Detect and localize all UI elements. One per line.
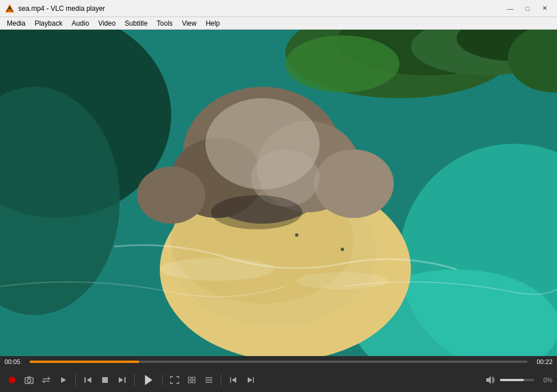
svg-marker-37 [119, 377, 123, 383]
volume-percent: 0% [536, 377, 552, 383]
next-button[interactable] [115, 373, 130, 387]
svg-rect-41 [188, 381, 191, 383]
svg-rect-42 [192, 377, 195, 379]
volume-fill [500, 379, 524, 381]
menu-media[interactable]: Media [2, 17, 30, 29]
svg-marker-34 [87, 377, 91, 383]
svg-marker-39 [145, 375, 152, 385]
svg-point-15 [314, 149, 394, 218]
progress-fill [30, 361, 139, 363]
video-area[interactable] [0, 30, 557, 356]
svg-point-30 [9, 377, 15, 383]
menu-playback[interactable]: Playback [30, 17, 67, 29]
total-time: 00:22 [532, 358, 552, 365]
svg-rect-36 [102, 377, 108, 383]
svg-point-26 [297, 272, 388, 289]
record-button[interactable] [5, 373, 19, 387]
svg-rect-38 [124, 377, 126, 383]
video-canvas [0, 30, 557, 356]
fullscreen-button[interactable] [167, 373, 182, 387]
separator-2 [134, 374, 135, 386]
svg-rect-3 [9, 10, 11, 11]
svg-marker-49 [248, 377, 252, 383]
svg-rect-40 [188, 377, 191, 379]
svg-marker-51 [486, 376, 491, 384]
loop-button[interactable] [39, 373, 54, 387]
snapshot-button[interactable] [22, 373, 37, 387]
frame-next-button[interactable] [243, 373, 258, 387]
menu-tools[interactable]: Tools [152, 17, 177, 29]
prev-button[interactable] [80, 373, 95, 387]
title-bar: sea.mp4 - VLC media player — □ ✕ [0, 0, 557, 17]
window-controls: — □ ✕ [502, 2, 552, 15]
playlist-button[interactable] [201, 373, 216, 387]
vlc-icon [5, 3, 15, 14]
window-title: sea.mp4 - VLC media player [18, 5, 502, 13]
svg-marker-33 [61, 377, 66, 383]
menu-subtitle[interactable]: Subtitle [120, 17, 152, 29]
frame-prev-button[interactable] [226, 373, 241, 387]
svg-point-29 [211, 195, 302, 229]
extended-button[interactable] [184, 373, 199, 387]
menu-video[interactable]: Video [94, 17, 120, 29]
volume-button[interactable] [483, 373, 498, 387]
separator-4 [221, 374, 221, 386]
volume-section: 0% [483, 373, 552, 387]
menu-audio[interactable]: Audio [67, 17, 94, 29]
menu-bar: Media Playback Audio Video Subtitle Tool… [0, 17, 557, 30]
separator-1 [75, 374, 76, 386]
menu-help[interactable]: Help [201, 17, 224, 29]
scene-svg [0, 30, 557, 356]
svg-point-16 [137, 167, 205, 224]
svg-point-28 [341, 248, 344, 251]
small-play-button[interactable] [56, 373, 71, 387]
current-time: 00:05 [5, 358, 25, 365]
volume-bar[interactable] [500, 379, 534, 381]
separator-3 [162, 374, 163, 386]
progress-bar-area: 00:05 00:22 [0, 356, 557, 367]
maximize-button[interactable]: □ [519, 2, 535, 15]
svg-point-25 [160, 258, 274, 281]
svg-rect-43 [192, 381, 195, 383]
svg-rect-35 [84, 377, 86, 383]
play-pause-button[interactable] [139, 371, 158, 389]
svg-point-32 [27, 379, 31, 382]
menu-view[interactable]: View [177, 17, 201, 29]
minimize-button[interactable]: — [502, 2, 518, 15]
svg-point-22 [285, 35, 399, 92]
controls-bar: 0% [0, 367, 557, 392]
svg-point-27 [295, 233, 298, 237]
progress-track[interactable] [30, 361, 527, 363]
svg-marker-47 [232, 377, 236, 383]
close-button[interactable]: ✕ [536, 2, 552, 15]
stop-button[interactable] [98, 373, 112, 387]
